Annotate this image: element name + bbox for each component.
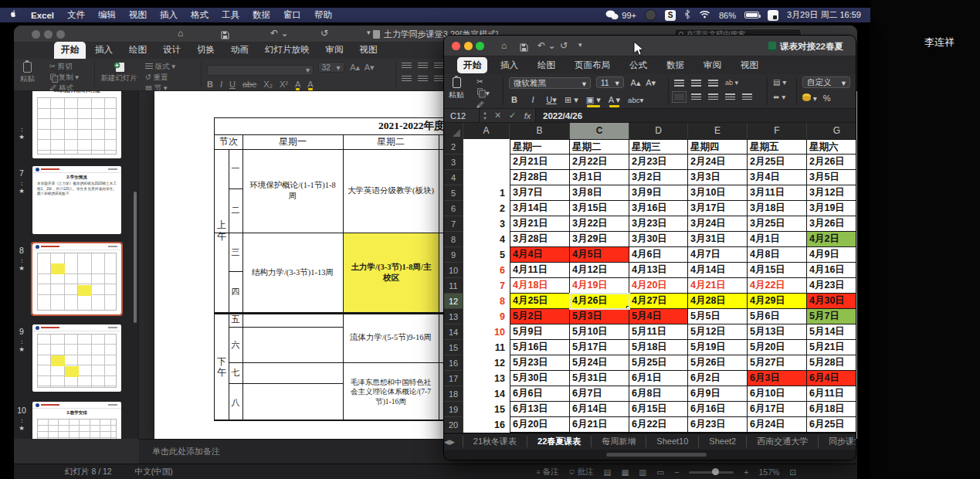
cell-C19[interactable]: 6月14日 bbox=[570, 402, 629, 417]
cell-B18[interactable]: 6月6日 bbox=[510, 386, 570, 402]
ppt-indent-icon[interactable] bbox=[434, 63, 444, 70]
row-header-10[interactable]: 10 bbox=[444, 263, 463, 278]
ppt-tab-3[interactable]: 设计 bbox=[156, 42, 188, 59]
cell-D16[interactable]: 5月25日 bbox=[629, 355, 688, 371]
cell-G17[interactable]: 6月4日 bbox=[807, 371, 856, 386]
ppt-zoom-slider[interactable] bbox=[689, 471, 734, 474]
cell-G18[interactable]: 6月11日 bbox=[807, 386, 856, 402]
thumbnail-scrollbar[interactable] bbox=[134, 192, 137, 323]
row-header-9[interactable]: 9 bbox=[444, 247, 463, 263]
row-header-2[interactable]: 2 bbox=[444, 139, 463, 155]
excel-align-bottom-icon[interactable] bbox=[708, 80, 718, 87]
sheet-scroll-right-icon[interactable]: ▶ bbox=[449, 438, 455, 446]
cell-E6[interactable]: 3月17日 bbox=[688, 201, 748, 216]
cell-A18[interactable]: 14 bbox=[463, 386, 510, 402]
cell-A8[interactable]: 4 bbox=[463, 232, 510, 247]
excel-tab-3[interactable]: 页面布局 bbox=[568, 57, 616, 73]
excel-paste-button[interactable]: 粘贴 bbox=[449, 77, 464, 100]
formula-fx-icon[interactable]: fx bbox=[520, 111, 535, 121]
cell-D5[interactable]: 3月9日 bbox=[629, 185, 688, 201]
slide-thumbnail-8-selected[interactable] bbox=[32, 243, 121, 314]
ppt-layout-button[interactable]: 版式 ▾ bbox=[145, 61, 175, 72]
ppt-zoom-level[interactable]: 157% bbox=[758, 467, 779, 477]
excel-currency-button[interactable]: ▾ bbox=[802, 94, 817, 103]
column-header-B[interactable]: B bbox=[510, 123, 570, 139]
row-header-20[interactable]: 20 bbox=[444, 417, 463, 433]
cell-E8[interactable]: 3月31日 bbox=[688, 232, 748, 247]
excel-align-top-icon[interactable] bbox=[674, 80, 684, 87]
column-header-E[interactable]: E bbox=[688, 123, 748, 139]
cell-D17[interactable]: 6月1日 bbox=[629, 371, 688, 386]
cell-F5[interactable]: 3月11日 bbox=[748, 185, 807, 201]
cell-F3[interactable]: 2月25日 bbox=[748, 155, 807, 170]
ppt-format-painter-button[interactable]: 🖉 格式 bbox=[49, 83, 79, 91]
excel-font-size-select[interactable]: 11▾ bbox=[596, 76, 624, 88]
ppt-section-button[interactable]: ▤ 节 ▾ bbox=[145, 83, 175, 91]
cell-B20[interactable]: 6月20日 bbox=[510, 417, 570, 433]
excel-bold-button[interactable]: B bbox=[509, 93, 520, 106]
ppt-bold-button[interactable]: B bbox=[207, 80, 213, 89]
cell-A11[interactable]: 7 bbox=[463, 278, 510, 294]
row-header-7[interactable]: 7 bbox=[444, 216, 463, 232]
cell-G4[interactable]: 3月5日 bbox=[807, 170, 856, 185]
ppt-align-right-icon[interactable] bbox=[434, 76, 444, 83]
cell-C4[interactable]: 3月1日 bbox=[570, 170, 629, 185]
ppt-numbering-icon[interactable] bbox=[418, 63, 428, 70]
ppt-bullets-icon[interactable] bbox=[402, 63, 412, 70]
excel-undo-icon[interactable]: ↶ ⌄ bbox=[537, 41, 555, 50]
cell-D6[interactable]: 3月16日 bbox=[629, 201, 688, 216]
ppt-shrink-font-button[interactable]: A▾ bbox=[365, 63, 375, 72]
row-header-19[interactable]: 19 bbox=[444, 402, 463, 417]
ppt-tab-7[interactable]: 审阅 bbox=[319, 42, 351, 59]
ppt-strikethrough-button[interactable]: abe bbox=[242, 80, 256, 89]
ppt-italic-button[interactable]: I bbox=[220, 80, 222, 89]
excel-borders-button[interactable]: ⊞ ▾ bbox=[565, 93, 578, 106]
cell-C20[interactable]: 6月21日 bbox=[570, 417, 629, 433]
cell-E18[interactable]: 6月9日 bbox=[688, 386, 748, 402]
ppt-tab-8[interactable]: 视图 bbox=[353, 42, 385, 59]
cell-G15[interactable]: 5月21日 bbox=[807, 340, 856, 355]
bluetooth-icon[interactable] bbox=[684, 9, 690, 21]
row-header-14[interactable]: 14 bbox=[444, 324, 463, 340]
excel-tab-2[interactable]: 绘图 bbox=[531, 57, 561, 73]
ppt-underline-button[interactable]: U bbox=[229, 80, 236, 89]
cell-E2[interactable]: 星期四 bbox=[688, 139, 748, 155]
cell-G20[interactable]: 6月25日 bbox=[807, 417, 856, 433]
menubar-item-5[interactable]: 工具 bbox=[222, 10, 239, 19]
ppt-tab-0[interactable]: 开始 bbox=[54, 42, 86, 59]
cell-A13[interactable]: 9 bbox=[463, 309, 510, 324]
cell-C16[interactable]: 5月24日 bbox=[570, 355, 629, 371]
cell-F2[interactable]: 星期五 bbox=[748, 139, 807, 155]
excel-increase-indent-icon[interactable] bbox=[742, 93, 752, 100]
cell-E12[interactable]: 4月28日 bbox=[688, 294, 748, 309]
cell-C3[interactable]: 2月22日 bbox=[570, 155, 629, 170]
cell-G7[interactable]: 3月26日 bbox=[807, 216, 856, 232]
cell-B6[interactable]: 3月14日 bbox=[510, 201, 570, 216]
excel-save-icon[interactable] bbox=[520, 41, 528, 55]
slide-thumbnail-6[interactable]: 1.1课程教学内容与学时分配 bbox=[32, 91, 121, 158]
row-header-6[interactable]: 6 bbox=[444, 201, 463, 216]
cell-D2[interactable]: 星期三 bbox=[629, 139, 688, 155]
cell-A3[interactable] bbox=[463, 155, 510, 170]
cell-A2[interactable] bbox=[463, 139, 510, 155]
ppt-tab-1[interactable]: 插入 bbox=[88, 42, 120, 59]
ppt-font-name-select[interactable]: ▾ bbox=[207, 65, 314, 76]
ppt-superscript-button[interactable]: X² bbox=[280, 80, 288, 89]
cell-E10[interactable]: 4月14日 bbox=[688, 263, 748, 278]
cell-A5[interactable]: 1 bbox=[463, 185, 510, 201]
cell-E7[interactable]: 3月24日 bbox=[688, 216, 748, 232]
formula-input[interactable]: 2022/4/26 bbox=[535, 109, 856, 122]
ppt-tab-5[interactable]: 动画 bbox=[224, 42, 256, 59]
excel-decrease-indent-icon[interactable] bbox=[725, 93, 735, 100]
cell-B2[interactable]: 星期一 bbox=[510, 139, 570, 155]
cell-G11[interactable]: 4月23日 bbox=[807, 278, 856, 294]
cell-A6[interactable]: 2 bbox=[463, 201, 510, 216]
cell-F20[interactable]: 6月24日 bbox=[748, 417, 807, 433]
excel-home-icon[interactable]: ⌂ bbox=[501, 41, 507, 50]
cell-E3[interactable]: 2月24日 bbox=[688, 155, 748, 170]
cell-C14[interactable]: 5月10日 bbox=[570, 324, 629, 340]
ppt-zoom-out-button[interactable]: − bbox=[674, 467, 679, 477]
cell-G5[interactable]: 3月12日 bbox=[807, 185, 856, 201]
excel-number-format-select[interactable]: 自定义▾ bbox=[802, 76, 850, 88]
excel-name-box[interactable]: C12 bbox=[444, 109, 480, 122]
